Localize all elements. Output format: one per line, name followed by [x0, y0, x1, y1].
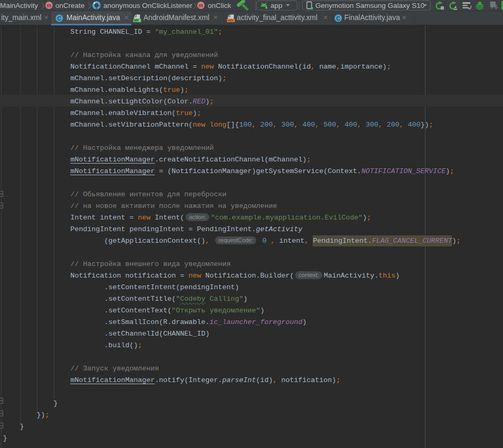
svg-text:C: C	[57, 15, 62, 22]
svg-text:MF: MF	[134, 18, 140, 22]
svg-text:C: C	[336, 15, 341, 22]
svg-text:</>: </>	[228, 18, 234, 22]
svg-text:m: m	[199, 3, 204, 8]
svg-text:m: m	[47, 3, 52, 8]
